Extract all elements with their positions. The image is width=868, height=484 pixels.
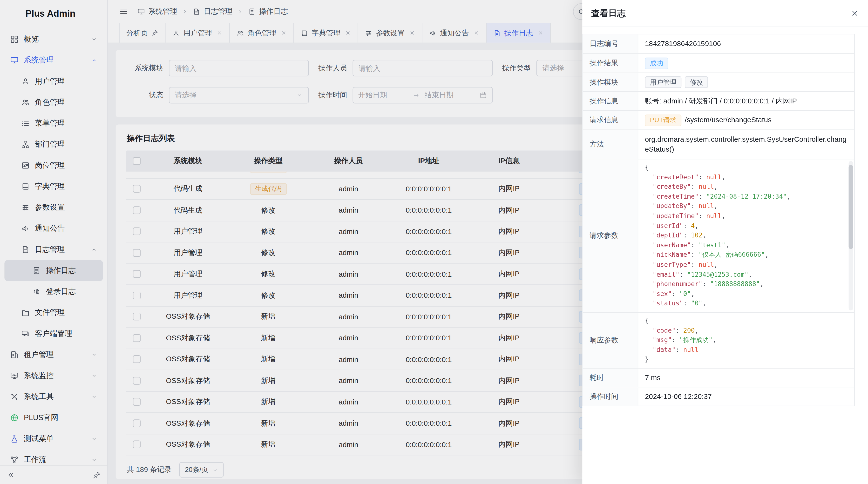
response-params-json: { "code": 200, "msg": "操作成功", "data": nu… xyxy=(638,313,854,368)
operation-info-value: 账号: admin / 研发部门 / 0:0:0:0:0:0:0:1 / 内网I… xyxy=(638,92,854,110)
detail-row-duration: 耗时 7 ms xyxy=(583,368,854,387)
result-value: 成功 xyxy=(638,54,854,72)
detail-label: 操作时间 xyxy=(583,387,639,406)
request-info-value: PUT请求 /system/user/changeStatus xyxy=(638,110,854,129)
detail-row-module: 操作模块 用户管理 修改 xyxy=(583,73,854,92)
response-params-code: { "code": 200, "msg": "操作成功", "data": nu… xyxy=(638,313,854,368)
method-value: org.dromara.system.controller.system.Sys… xyxy=(638,130,854,159)
detail-label: 方法 xyxy=(583,130,639,159)
detail-label: 请求参数 xyxy=(583,159,639,312)
request-path: /system/user/changeStatus xyxy=(685,115,772,125)
drawer-overlay-mask[interactable] xyxy=(0,0,582,484)
request-params-code: { "createDept": null, "createBy": null, … xyxy=(638,159,854,312)
detail-row-request: 请求信息 PUT请求 /system/user/changeStatus xyxy=(583,110,854,130)
log-detail-drawer: 查看日志 日志编号 1842781986426159106 操作结果 成功 操作… xyxy=(582,0,868,484)
log-detail-table: 日志编号 1842781986426159106 操作结果 成功 操作模块 用户… xyxy=(582,34,855,406)
detail-row-time: 操作时间 2024-10-06 12:20:37 xyxy=(583,387,854,406)
module-action-tag: 修改 xyxy=(685,76,708,88)
operation-time-value: 2024-10-06 12:20:37 xyxy=(638,387,854,406)
close-icon[interactable] xyxy=(850,9,859,18)
screen: Plus Admin 概览 系统管理 用户管理 角色管理 菜单管理 部门管理 岗… xyxy=(0,0,868,484)
drawer-body: 日志编号 1842781986426159106 操作结果 成功 操作模块 用户… xyxy=(582,27,868,484)
app: Plus Admin 概览 系统管理 用户管理 角色管理 菜单管理 部门管理 岗… xyxy=(0,0,868,484)
detail-label: 请求信息 xyxy=(583,110,639,129)
detail-row-result: 操作结果 成功 xyxy=(583,54,854,73)
detail-row-log-id: 日志编号 1842781986426159106 xyxy=(583,34,854,54)
detail-label: 操作结果 xyxy=(583,54,639,72)
detail-label: 耗时 xyxy=(583,368,639,387)
detail-label: 日志编号 xyxy=(583,34,639,53)
drawer-title: 查看日志 xyxy=(591,7,625,19)
detail-row-response-params: 响应参数 { "code": 200, "msg": "操作成功", "data… xyxy=(583,313,854,368)
detail-row-request-params: 请求参数 { "createDept": null, "createBy": n… xyxy=(583,159,854,313)
http-method-tag: PUT请求 xyxy=(645,114,682,126)
log-id-value: 1842781986426159106 xyxy=(638,34,854,53)
request-params-json: { "createDept": null, "createBy": null, … xyxy=(638,159,854,312)
drawer-header: 查看日志 xyxy=(582,0,868,27)
result-tag: 成功 xyxy=(645,57,668,69)
duration-value: 7 ms xyxy=(638,368,854,387)
module-tag: 用户管理 xyxy=(645,76,682,88)
detail-label: 响应参数 xyxy=(583,313,639,368)
scrollbar-thumb[interactable] xyxy=(849,165,853,249)
detail-label: 操作信息 xyxy=(583,92,639,110)
detail-row-info: 操作信息 账号: admin / 研发部门 / 0:0:0:0:0:0:0:1 … xyxy=(583,92,854,110)
module-value: 用户管理 修改 xyxy=(638,73,854,91)
detail-label: 操作模块 xyxy=(583,73,639,91)
detail-row-method: 方法 org.dromara.system.controller.system.… xyxy=(583,130,854,160)
